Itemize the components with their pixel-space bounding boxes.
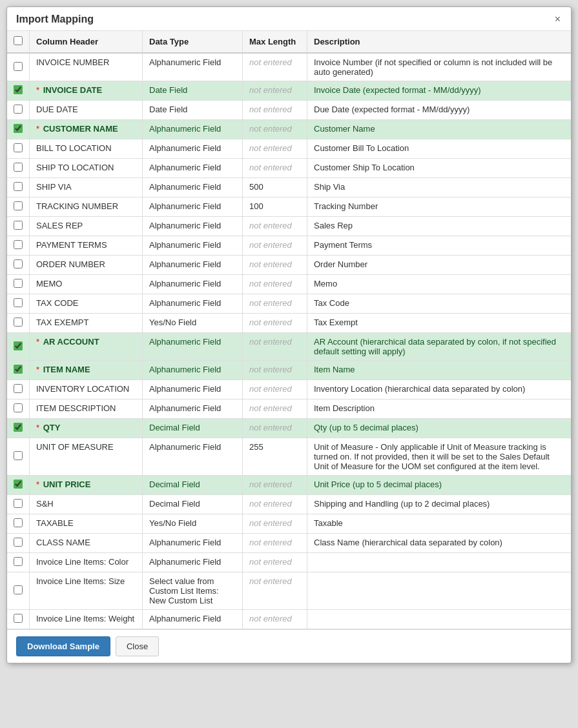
row-description: Inventory Location (hierarchical data se… [307, 380, 572, 399]
required-star: * [36, 85, 42, 95]
row-checkbox[interactable] [14, 62, 23, 71]
row-checkbox-cell[interactable] [7, 159, 30, 178]
row-checkbox[interactable] [14, 365, 23, 374]
row-checkbox-cell[interactable] [7, 534, 30, 553]
row-checkbox-cell[interactable] [7, 572, 30, 610]
row-checkbox-cell[interactable] [7, 610, 30, 629]
row-description: Invoice Number (if not specified or colu… [307, 53, 572, 81]
row-checkbox-cell[interactable] [7, 275, 30, 294]
row-checkbox-cell[interactable] [7, 553, 30, 572]
required-star: * [36, 480, 42, 489]
table-row: * UNIT PRICEDecimal Fieldnot enteredUnit… [7, 476, 571, 495]
download-sample-button[interactable]: Download Sample [16, 636, 110, 656]
row-maxlength: not entered [243, 101, 307, 120]
row-maxlength: not entered [243, 333, 307, 361]
row-checkbox-cell[interactable] [7, 438, 30, 476]
row-checkbox-cell[interactable] [7, 476, 30, 495]
close-x-button[interactable]: × [553, 14, 562, 25]
row-checkbox-cell[interactable] [7, 419, 30, 438]
row-maxlength: 100 [243, 197, 307, 217]
row-datatype: Alphanumeric Field [143, 256, 243, 275]
row-checkbox[interactable] [14, 585, 23, 594]
row-checkbox[interactable] [14, 279, 23, 288]
row-checkbox-cell[interactable] [7, 53, 30, 81]
select-all-checkbox[interactable] [14, 36, 23, 45]
row-column-header: * UNIT PRICE [30, 476, 143, 495]
row-column-header: * ITEM NAME [30, 361, 143, 380]
table-row: DUE DATEDate Fieldnot enteredDue Date (e… [7, 101, 571, 120]
row-checkbox[interactable] [14, 451, 23, 460]
row-checkbox[interactable] [14, 259, 23, 268]
row-checkbox[interactable] [14, 480, 23, 489]
row-checkbox[interactable] [14, 85, 23, 94]
row-checkbox-cell[interactable] [7, 217, 30, 236]
row-checkbox[interactable] [14, 240, 23, 249]
dialog-title: Import Mapping [16, 14, 94, 25]
table-row: SHIP VIAAlphanumeric Field500Ship Via [7, 178, 571, 197]
row-checkbox-cell[interactable] [7, 333, 30, 361]
not-entered-label: not entered [249, 279, 292, 288]
row-checkbox-cell[interactable] [7, 139, 30, 159]
row-checkbox[interactable] [14, 182, 23, 191]
row-checkbox-cell[interactable] [7, 380, 30, 399]
row-checkbox[interactable] [14, 105, 23, 114]
row-description: Memo [307, 275, 572, 294]
row-checkbox-cell[interactable] [7, 236, 30, 256]
row-checkbox[interactable] [14, 298, 23, 307]
row-checkbox-cell[interactable] [7, 178, 30, 197]
row-checkbox-cell[interactable] [7, 81, 30, 101]
row-checkbox[interactable] [14, 614, 23, 623]
row-column-header: Invoice Line Items: Weight [30, 610, 143, 629]
row-checkbox-cell[interactable] [7, 120, 30, 139]
table-row: CLASS NAMEAlphanumeric Fieldnot enteredC… [7, 534, 571, 553]
row-maxlength: not entered [243, 314, 307, 333]
row-datatype: Alphanumeric Field [143, 294, 243, 314]
not-entered-label: not entered [249, 259, 292, 269]
row-maxlength: not entered [243, 380, 307, 399]
row-checkbox[interactable] [14, 124, 23, 133]
row-maxlength: not entered [243, 361, 307, 380]
close-button[interactable]: Close [116, 636, 159, 656]
row-description: Item Description [307, 399, 572, 419]
row-checkbox[interactable] [14, 318, 23, 327]
row-checkbox[interactable] [14, 403, 23, 412]
row-checkbox-cell[interactable] [7, 495, 30, 514]
row-checkbox[interactable] [14, 143, 23, 152]
row-datatype: Alphanumeric Field [143, 178, 243, 197]
row-checkbox[interactable] [14, 221, 23, 230]
row-checkbox[interactable] [14, 201, 23, 210]
row-maxlength: not entered [243, 81, 307, 101]
import-mapping-dialog: Import Mapping × Column Header Data Type… [6, 6, 572, 663]
mapping-table: Column Header Data Type Max Length Descr… [7, 31, 571, 629]
not-entered-label: not entered [249, 337, 292, 347]
row-checkbox[interactable] [14, 423, 23, 432]
row-description: Invoice Date (expected format - MM/dd/yy… [307, 81, 572, 101]
row-checkbox[interactable] [14, 538, 23, 547]
row-datatype: Alphanumeric Field [143, 159, 243, 178]
row-checkbox[interactable] [14, 518, 23, 527]
table-body: INVOICE NUMBERAlphanumeric Fieldnot ente… [7, 53, 571, 629]
row-checkbox-cell[interactable] [7, 361, 30, 380]
row-checkbox[interactable] [14, 341, 23, 350]
row-maxlength: not entered [243, 476, 307, 495]
row-checkbox[interactable] [14, 163, 23, 172]
row-checkbox[interactable] [14, 499, 23, 508]
row-checkbox-cell[interactable] [7, 101, 30, 120]
row-checkbox-cell[interactable] [7, 256, 30, 275]
row-datatype: Yes/No Field [143, 514, 243, 534]
row-checkbox-cell[interactable] [7, 514, 30, 534]
row-checkbox-cell[interactable] [7, 294, 30, 314]
row-maxlength: not entered [243, 419, 307, 438]
table-row: SHIP TO LOCATIONAlphanumeric Fieldnot en… [7, 159, 571, 178]
row-datatype: Alphanumeric Field [143, 380, 243, 399]
row-checkbox-cell[interactable] [7, 314, 30, 333]
row-checkbox-cell[interactable] [7, 197, 30, 217]
row-description: Tax Exempt [307, 314, 572, 333]
col-description-label: Description [307, 31, 572, 53]
row-column-header: ITEM DESCRIPTION [30, 399, 143, 419]
row-description: Tracking Number [307, 197, 572, 217]
row-checkbox[interactable] [14, 557, 23, 566]
row-maxlength: 255 [243, 438, 307, 476]
row-checkbox[interactable] [14, 384, 23, 393]
row-checkbox-cell[interactable] [7, 399, 30, 419]
